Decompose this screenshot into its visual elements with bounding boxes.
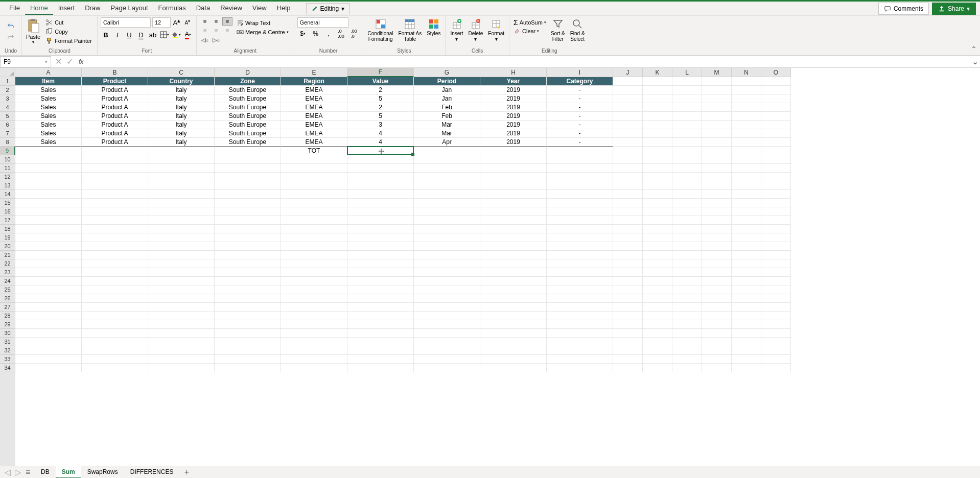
cell-E7[interactable]: EMEA — [281, 129, 347, 138]
cell-L27[interactable] — [672, 303, 702, 312]
cell-I2[interactable]: - — [547, 86, 613, 94]
column-header-L[interactable]: L — [672, 68, 702, 77]
column-header-M[interactable]: M — [702, 68, 732, 77]
cell-G17[interactable] — [414, 216, 480, 225]
cell-G7[interactable]: Mar — [414, 129, 480, 138]
cell-G27[interactable] — [414, 303, 480, 312]
cell-J22[interactable] — [613, 259, 643, 268]
cell-H23[interactable] — [480, 268, 547, 277]
cell-F8[interactable]: 4 — [347, 138, 414, 147]
cell-G4[interactable]: Feb — [414, 103, 480, 112]
cell-O29[interactable] — [761, 320, 791, 329]
cell-K26[interactable] — [643, 294, 672, 303]
cell-F2[interactable]: 2 — [347, 86, 414, 94]
format-as-table-button[interactable]: Format As Table — [397, 17, 424, 42]
cell-H12[interactable] — [480, 173, 547, 181]
cell-F11[interactable] — [347, 164, 414, 173]
cell-M6[interactable] — [702, 121, 732, 129]
cell-I3[interactable]: - — [547, 94, 613, 103]
cell-F19[interactable] — [347, 233, 414, 242]
cell-L20[interactable] — [672, 242, 702, 251]
cell-J17[interactable] — [613, 216, 643, 225]
cell-M28[interactable] — [702, 312, 732, 320]
cell-G29[interactable] — [414, 320, 480, 329]
cell-K27[interactable] — [643, 303, 672, 312]
cell-O4[interactable] — [761, 103, 791, 112]
cell-F33[interactable] — [347, 355, 414, 364]
cell-F9[interactable] — [347, 147, 414, 155]
cell-B23[interactable] — [82, 268, 148, 277]
fill-color-button[interactable]: ▾ — [171, 30, 181, 40]
cell-J15[interactable] — [613, 199, 643, 207]
cell-F7[interactable]: 4 — [347, 129, 414, 138]
cell-B31[interactable] — [82, 338, 148, 346]
cell-G12[interactable] — [414, 173, 480, 181]
cell-E24[interactable] — [281, 277, 347, 285]
cell-A17[interactable] — [15, 216, 82, 225]
cell-M21[interactable] — [702, 251, 732, 259]
cell-D30[interactable] — [215, 329, 281, 338]
cell-F28[interactable] — [347, 312, 414, 320]
cell-H9[interactable] — [480, 147, 547, 155]
align-center-button[interactable]: ≡ — [211, 27, 221, 35]
cell-E8[interactable]: EMEA — [281, 138, 347, 147]
cell-M3[interactable] — [702, 94, 732, 103]
cell-D24[interactable] — [215, 277, 281, 285]
cell-M14[interactable] — [702, 190, 732, 199]
cell-B2[interactable]: Product A — [82, 86, 148, 94]
cell-O22[interactable] — [761, 259, 791, 268]
cell-G32[interactable] — [414, 346, 480, 355]
cell-E12[interactable] — [281, 173, 347, 181]
cell-H28[interactable] — [480, 312, 547, 320]
cell-H33[interactable] — [480, 355, 547, 364]
cell-K16[interactable] — [643, 207, 672, 216]
menu-data[interactable]: Data — [191, 2, 215, 15]
cell-M31[interactable] — [702, 338, 732, 346]
cell-A26[interactable] — [15, 294, 82, 303]
cell-J27[interactable] — [613, 303, 643, 312]
cell-H26[interactable] — [480, 294, 547, 303]
cell-I7[interactable]: - — [547, 129, 613, 138]
cell-E13[interactable] — [281, 181, 347, 190]
cell-H8[interactable]: 2019 — [480, 138, 547, 147]
row-header-6[interactable]: 6 — [0, 121, 15, 129]
cell-M26[interactable] — [702, 294, 732, 303]
cancel-formula-button[interactable]: ✕ — [53, 57, 63, 67]
cell-D17[interactable] — [215, 216, 281, 225]
align-middle-button[interactable]: ≡ — [211, 17, 221, 26]
cell-H17[interactable] — [480, 216, 547, 225]
cell-B21[interactable] — [82, 251, 148, 259]
cell-M12[interactable] — [702, 173, 732, 181]
cell-D2[interactable]: South Europe — [215, 86, 281, 94]
cell-D1[interactable]: Zone — [215, 77, 281, 86]
cell-H29[interactable] — [480, 320, 547, 329]
next-sheet-button[interactable]: ▷ — [13, 468, 22, 477]
cell-D21[interactable] — [215, 251, 281, 259]
cell-K12[interactable] — [643, 173, 672, 181]
cell-M4[interactable] — [702, 103, 732, 112]
cell-L10[interactable] — [672, 155, 702, 164]
cell-L8[interactable] — [672, 138, 702, 147]
cell-G31[interactable] — [414, 338, 480, 346]
column-header-N[interactable]: N — [732, 68, 761, 77]
cell-J18[interactable] — [613, 225, 643, 233]
cell-N12[interactable] — [732, 173, 761, 181]
cell-B25[interactable] — [82, 285, 148, 294]
cell-E21[interactable] — [281, 251, 347, 259]
cell-H32[interactable] — [480, 346, 547, 355]
cell-K4[interactable] — [643, 103, 672, 112]
cell-I33[interactable] — [547, 355, 613, 364]
cell-G14[interactable] — [414, 190, 480, 199]
cell-B30[interactable] — [82, 329, 148, 338]
cell-O7[interactable] — [761, 129, 791, 138]
cell-N14[interactable] — [732, 190, 761, 199]
redo-button[interactable] — [5, 33, 16, 42]
cell-D19[interactable] — [215, 233, 281, 242]
bold-button[interactable]: B — [101, 30, 111, 40]
column-header-H[interactable]: H — [480, 68, 547, 77]
cell-K20[interactable] — [643, 242, 672, 251]
cell-K28[interactable] — [643, 312, 672, 320]
sort-filter-button[interactable]: Sort & Filter — [549, 17, 567, 42]
cell-D10[interactable] — [215, 155, 281, 164]
cell-N6[interactable] — [732, 121, 761, 129]
